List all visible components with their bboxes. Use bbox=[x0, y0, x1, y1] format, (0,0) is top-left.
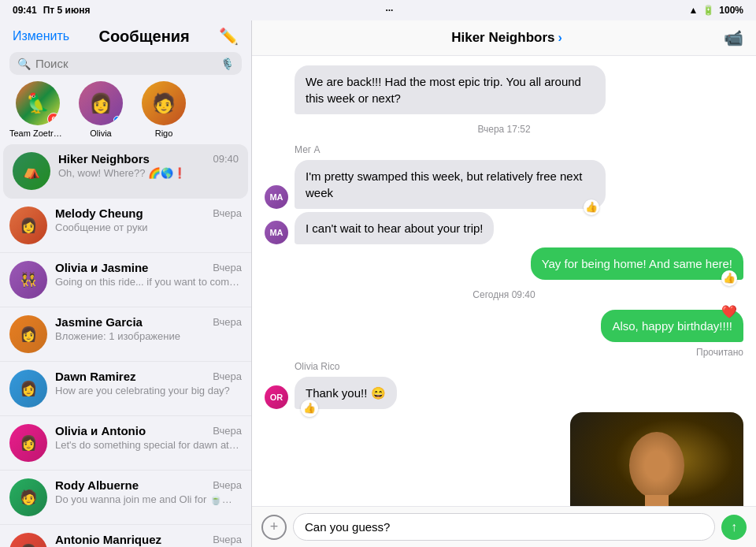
msg-row-6: OR Thank you!! 😄 👍 bbox=[265, 377, 743, 409]
conv-preview-jasmine: Вложение: 1 изображение bbox=[55, 330, 242, 342]
conv-item-hiker[interactable]: ⛺ Hiker Neighbors 09:40 Oh, wow! Where??… bbox=[3, 144, 248, 199]
conv-item-olivia-j[interactable]: 👯 Olivia и Jasmine Вчера Going on this r… bbox=[0, 253, 251, 307]
avatar-team: 🦜 6 🤩 What a lovely day, sunshine! bbox=[16, 81, 60, 125]
search-input[interactable] bbox=[35, 57, 216, 70]
team-badge: 6 bbox=[47, 113, 60, 125]
msg-avatar-meg-2: MA bbox=[265, 221, 288, 244]
conv-preview-olivia-a: Let's do something special for dawn at t… bbox=[55, 439, 242, 451]
conv-content-rody: Rody Albuerne Вчера Do you wanna join me… bbox=[55, 478, 242, 505]
timestamp-today: Сегодня 09:40 bbox=[265, 289, 743, 300]
search-bar[interactable]: 🔍 🎙️ bbox=[9, 52, 242, 75]
timestamp-yesterday: Вчера 17:52 bbox=[265, 124, 743, 135]
send-button[interactable]: ↑ bbox=[721, 515, 747, 540]
conv-name-melody: Melody Cheung bbox=[55, 207, 143, 220]
conv-time-rody: Вчера bbox=[213, 479, 242, 491]
compose-button[interactable]: ✏️ bbox=[219, 27, 239, 46]
wifi-icon: ▲ bbox=[688, 5, 698, 16]
conv-preview-dawn: How are you celebrating your big day? bbox=[55, 385, 242, 396]
search-icon: 🔍 bbox=[17, 58, 31, 70]
conv-content-antonio: Antonio Manriquez Вчера bbox=[55, 533, 242, 547]
bubble-3: I can't wait to hear about your trip! bbox=[295, 212, 494, 244]
avatar-rigo: 🧑 bbox=[142, 81, 186, 125]
conv-avatar-jasmine: 👩 bbox=[9, 315, 47, 353]
conv-content-jasmine: Jasmine Garcia Вчера Вложение: 1 изображ… bbox=[55, 315, 242, 342]
conv-time-dawn: Вчера bbox=[213, 370, 242, 382]
messages-area: We are back!!! Had the most epic trip. Y… bbox=[252, 56, 756, 506]
avatar-row: 🦜 6 🤩 What a lovely day, sunshine! Team … bbox=[0, 81, 251, 144]
conv-avatar-olivia-a: 👩 bbox=[9, 424, 47, 462]
conv-time-olivia-a: Вчера bbox=[213, 425, 242, 437]
msg-row-2: MA I'm pretty swamped this week, but rel… bbox=[265, 160, 743, 209]
avatar-label-rigo: Rigo bbox=[155, 128, 173, 138]
conv-avatar-olivia-j: 👯 bbox=[9, 261, 47, 299]
conv-name-olivia-j: Olivia и Jasmine bbox=[55, 261, 148, 274]
send-arrow-icon: ↑ bbox=[731, 520, 737, 534]
conv-item-jasmine[interactable]: 👩 Jasmine Garcia Вчера Вложение: 1 изобр… bbox=[0, 307, 251, 362]
plus-button[interactable]: + bbox=[261, 515, 287, 540]
avatar-olivia: 👩 bbox=[79, 81, 123, 125]
conv-name-hiker: Hiker Neighbors bbox=[58, 152, 150, 166]
conv-time-hiker: 09:40 bbox=[213, 153, 239, 165]
mic-icon: 🎙️ bbox=[220, 58, 234, 70]
conv-content-hiker: Hiker Neighbors 09:40 Oh, wow! Where?? 🌈… bbox=[58, 152, 239, 179]
thumbsup-reaction: 👍 bbox=[584, 199, 599, 215]
status-bar: 09:41 Пт 5 июня ··· ▲ 🔋 100% bbox=[0, 0, 756, 20]
avatar-item-olivia[interactable]: 👩 Olivia bbox=[72, 81, 129, 138]
conv-preview-rody: Do you wanna join me and Oli for 🍵☕🔍 bre… bbox=[55, 493, 242, 505]
sidebar-title: Сообщения bbox=[98, 28, 189, 46]
chat-title-chevron-icon: › bbox=[558, 31, 561, 45]
sidebar-header: Изменить Сообщения ✏️ bbox=[0, 20, 251, 49]
thumbsup-sent-reaction: 👍 bbox=[721, 270, 737, 286]
message-input[interactable] bbox=[293, 513, 715, 541]
avatar-item-team[interactable]: 🦜 6 🤩 What a lovely day, sunshine! Team … bbox=[9, 81, 66, 138]
conv-item-melody[interactable]: 👩 Melody Cheung Вчера Сообщение от руки bbox=[0, 199, 251, 253]
video-thumbnail[interactable] bbox=[570, 412, 743, 506]
msg-row-5: Also, happy birthday!!!! ❤️ bbox=[265, 310, 743, 342]
msg-row-1: We are back!!! Had the most epic trip. Y… bbox=[265, 65, 743, 114]
conv-preview-melody: Сообщение от руки bbox=[55, 221, 242, 233]
thumbs-on-received: 👍 bbox=[301, 400, 318, 417]
edit-button[interactable]: Изменить bbox=[13, 29, 69, 43]
chat-title-text: Hiker Neighbors bbox=[451, 30, 554, 46]
msg-row-4: Yay for being home! And same here! 👍 bbox=[265, 247, 743, 280]
conv-avatar-rody: 🧑 bbox=[9, 478, 47, 516]
sender-label-meg: Мег А bbox=[265, 144, 743, 155]
online-dot bbox=[113, 116, 121, 124]
sender-label-olivia-r: Olivia Rico bbox=[265, 361, 743, 372]
msg-row-video bbox=[265, 412, 743, 506]
status-bar-right: ▲ 🔋 100% bbox=[688, 5, 743, 16]
video-call-button[interactable]: 📹 bbox=[724, 28, 743, 47]
conv-preview-hiker: Oh, wow! Where?? 🌈🌎❗️ bbox=[58, 167, 239, 179]
bubble-2: I'm pretty swamped this week, but relati… bbox=[295, 160, 606, 209]
bubble-5: Also, happy birthday!!!! ❤️ bbox=[601, 310, 743, 342]
day: Пт 5 июня bbox=[43, 5, 91, 16]
sidebar: Изменить Сообщения ✏️ 🔍 🎙️ 🦜 6 🤩 What a … bbox=[0, 20, 252, 547]
msg-avatar-olivia-r: OR bbox=[265, 385, 288, 409]
conv-content-olivia-j: Olivia и Jasmine Вчера Going on this rid… bbox=[55, 261, 242, 288]
avatar-label-team: Team Zoetrope bbox=[9, 128, 66, 138]
chat-title[interactable]: Hiker Neighbors › bbox=[451, 30, 562, 46]
battery-percent: 100% bbox=[719, 5, 743, 16]
status-bar-center: ··· bbox=[385, 5, 393, 16]
heart-reaction: ❤️ bbox=[721, 303, 737, 321]
conv-content-dawn: Dawn Ramirez Вчера How are you celebrati… bbox=[55, 370, 242, 396]
time: 09:41 bbox=[13, 5, 37, 16]
conv-item-olivia-a[interactable]: 👩 Olivia и Antonio Вчера Let's do someth… bbox=[0, 416, 251, 471]
conv-name-jasmine: Jasmine Garcia bbox=[55, 315, 143, 329]
conv-item-dawn[interactable]: 👩 Dawn Ramirez Вчера How are you celebra… bbox=[0, 362, 251, 416]
msg-avatar-meg: MA bbox=[265, 185, 288, 209]
avatar-item-rigo[interactable]: 🧑 Rigo bbox=[135, 81, 192, 138]
status-bar-left: 09:41 Пт 5 июня bbox=[13, 5, 90, 16]
conv-avatar-antonio: 👦 bbox=[9, 533, 47, 547]
conv-time-antonio: Вчера bbox=[213, 534, 242, 545]
conv-avatar-dawn: 👩 bbox=[9, 370, 47, 407]
conv-item-antonio[interactable]: 👦 Antonio Manriquez Вчера bbox=[0, 525, 251, 547]
chat-panel: Hiker Neighbors › 📹 We are back!!! Had t… bbox=[252, 20, 756, 547]
conversation-list: ⛺ Hiker Neighbors 09:40 Oh, wow! Where??… bbox=[0, 144, 251, 547]
conv-time-jasmine: Вчера bbox=[213, 316, 242, 328]
chat-header: Hiker Neighbors › 📹 bbox=[252, 20, 756, 56]
conv-item-rody[interactable]: 🧑 Rody Albuerne Вчера Do you wanna join … bbox=[0, 471, 251, 525]
bubble-1: We are back!!! Had the most epic trip. Y… bbox=[295, 65, 606, 114]
read-label: Прочитано bbox=[265, 347, 743, 358]
conv-time-melody: Вчера bbox=[213, 207, 242, 219]
